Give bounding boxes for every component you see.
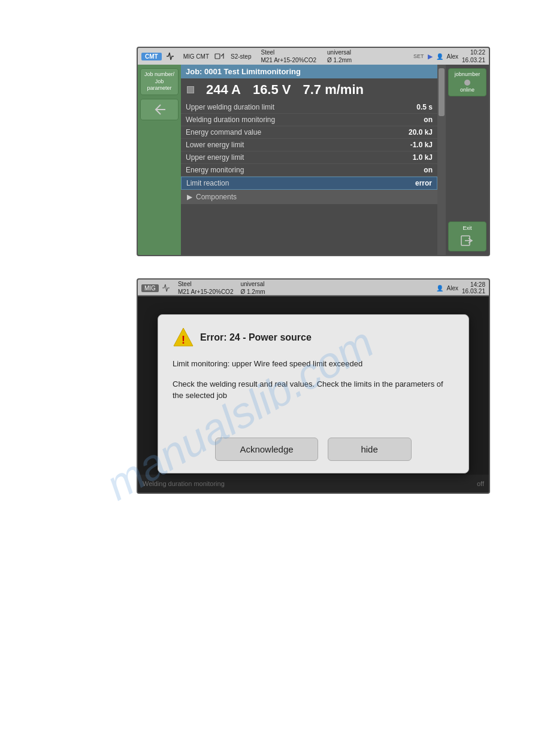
jobnumber-button[interactable]: jobnumber online — [448, 68, 486, 96]
svg-rect-0 — [215, 54, 220, 59]
svg-text:!: ! — [182, 334, 185, 346]
param-label-1: Welding duration monitoring — [186, 116, 275, 124]
topbar1: CMT MIG CMT S2-step Steel M21 Ar+15-20%C… — [138, 48, 489, 65]
dialog-message1: Limit monitoring: upper Wire feed speed … — [173, 358, 454, 370]
screen1-main: Job number/ Job parameter Job: 0001 Test… — [138, 65, 489, 255]
param-label-3: Lower energy limit — [186, 141, 244, 149]
components-row[interactable]: ▶ Components — [181, 190, 437, 204]
topbar2: MIG Steel M21 Ar+15-20%CO2 universal Ø 1… — [138, 280, 489, 296]
error-dialog: ! Error: 24 - Power source Limit monitor… — [158, 314, 469, 473]
param-value-1: on — [424, 116, 433, 124]
param-row-5: Energy monitoring on — [181, 164, 437, 177]
material-line2: M21 Ar+15-20%CO2 — [261, 56, 316, 64]
dialog-message2: Check the welding result and real values… — [173, 378, 454, 402]
param-value-0: 0.5 s — [416, 103, 433, 111]
mode2-label: MIG — [141, 284, 159, 292]
time1: 10:22 — [462, 48, 485, 56]
screen1: CMT MIG CMT S2-step Steel M21 Ar+15-20%C… — [137, 47, 490, 256]
universal-label: universal — [327, 48, 352, 56]
param-row-0: Upper welding duration limit 0.5 s — [181, 101, 437, 114]
screen2: MIG Steel M21 Ar+15-20%CO2 universal Ø 1… — [137, 278, 490, 494]
dialog-overlay: ! Error: 24 - Power source Limit monitor… — [138, 295, 489, 493]
topbar2-icons: 👤 Alex 14:28 16.03.21 — [436, 281, 485, 294]
waveform-icon — [167, 51, 179, 61]
material-info: Steel M21 Ar+15-20%CO2 — [261, 48, 316, 64]
metrics-row: 244 A 16.5 V 7.7 m/min — [181, 78, 437, 101]
param-row-2: Energy command value 20.0 kJ — [181, 126, 437, 139]
date1: 16.03.21 — [462, 56, 485, 64]
exit-label: Exit — [463, 225, 471, 231]
param-label-6: Limit reaction — [186, 179, 229, 187]
s2step-icon — [214, 51, 226, 61]
username2: Alex — [447, 285, 458, 292]
voltage-value: 16.5 V — [253, 82, 291, 98]
left-sidebar1: Job number/ Job parameter — [138, 65, 181, 255]
ampere-value: 244 A — [206, 82, 241, 98]
nav-back-button[interactable] — [140, 99, 179, 120]
dialog-buttons: Acknowledge hide — [173, 438, 454, 461]
speed-value: 7.7 m/min — [303, 82, 364, 98]
exit-icon — [460, 233, 474, 248]
universal-info: universal Ø 1.2mm — [327, 48, 352, 64]
acknowledge-button[interactable]: Acknowledge — [215, 438, 318, 461]
universal2-label: universal — [240, 280, 265, 288]
param-label-2: Energy command value — [186, 128, 261, 136]
dialog-header: ! Error: 24 - Power source — [173, 327, 454, 348]
time2: 14:28 — [462, 281, 485, 288]
param-label-4: Upper energy limit — [186, 153, 244, 162]
job-header: Job: 0001 Test Limitmonitoring — [181, 65, 437, 78]
center-content1: Job: 0001 Test Limitmonitoring 244 A 16.… — [181, 65, 437, 255]
param-row-1: Welding duration monitoring on — [181, 114, 437, 126]
user2-icon: 👤 — [436, 285, 443, 292]
jobnumber-line1: jobnumber — [451, 71, 484, 78]
material-line1: Steel — [261, 48, 316, 56]
mig-cmt-label: MIG CMT — [183, 53, 209, 60]
online-dot — [464, 80, 470, 86]
param-label-5: Energy monitoring — [186, 166, 244, 174]
param-value-4: 1.0 kJ — [413, 153, 433, 162]
right-sidebar1: jobnumber online Exit — [446, 65, 489, 255]
param-row-3: Lower energy limit -1.0 kJ — [181, 139, 437, 151]
s2step-label: S2-step — [231, 53, 251, 60]
warning-icon: ! — [173, 327, 194, 348]
dialog-title: Error: 24 - Power source — [200, 332, 312, 343]
time-display1: 10:22 16.03.21 — [462, 48, 485, 64]
param-row-4: Upper energy limit 1.0 kJ — [181, 151, 437, 164]
diameter-label: Ø 1.2mm — [327, 56, 352, 64]
param-value-3: -1.0 kJ — [410, 141, 433, 149]
universal2-info: universal Ø 1.2mm — [240, 280, 265, 296]
jobnumber-line2: online — [451, 87, 484, 94]
waveform2-icon — [162, 284, 174, 292]
param-value-2: 20.0 kJ — [409, 128, 433, 136]
job-parameter-button[interactable]: Job number/ Job parameter — [140, 68, 179, 95]
metric-indicator — [187, 86, 194, 93]
set-label: SET — [413, 53, 424, 59]
param-value-6: error — [415, 179, 432, 187]
user-icon: 👤 — [436, 53, 443, 60]
param-row-6: Limit reaction error — [181, 177, 437, 190]
exit-button[interactable]: Exit — [448, 221, 486, 251]
components-arrow: ▶ — [187, 193, 192, 201]
scrollbar-thumb1 — [439, 68, 445, 116]
time-display2: 14:28 16.03.21 — [462, 281, 485, 294]
topbar-icons: SET ▶ 👤 Alex 10:22 16.03.21 — [413, 48, 485, 64]
username1: Alex — [447, 53, 458, 60]
param-label-0: Upper welding duration limit — [186, 103, 274, 111]
hide-button[interactable]: hide — [328, 438, 412, 461]
date2: 16.03.21 — [462, 288, 485, 294]
bluetooth-icon: ▶ — [428, 53, 433, 60]
job-btn-line2: Job parameter — [143, 78, 176, 92]
material2-line1: Steel — [178, 280, 234, 288]
job-btn-line1: Job number/ — [143, 71, 176, 78]
components-label: Components — [196, 193, 237, 201]
cmt-badge: CMT — [141, 53, 162, 60]
scrollbar1[interactable] — [437, 65, 446, 255]
params-area: Upper welding duration limit 0.5 s Weldi… — [181, 101, 437, 255]
material2-info: Steel M21 Ar+15-20%CO2 — [178, 280, 234, 296]
param-value-5: on — [424, 166, 433, 174]
